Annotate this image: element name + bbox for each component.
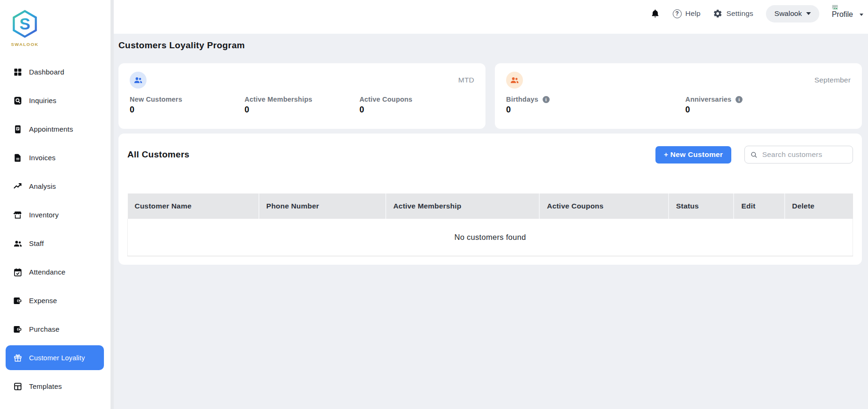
gear-icon [713,9,722,18]
broken-image-icon [832,5,838,10]
sidebar-item-invoices[interactable]: Invoices [0,143,110,172]
col-customer-name: Customer Name [128,193,259,219]
app-logo[interactable]: S SWALOOK [9,9,40,47]
content-area: Customers Loyality Program MTD New Custo… [114,34,868,265]
stat-label: Birthdays [506,96,538,103]
gift-icon [13,353,22,363]
customer-search[interactable] [744,146,853,164]
sidebar-item-label: Analysis [29,182,56,190]
empty-state-row: No customers found [128,219,853,256]
sidebar-item-dashboard[interactable]: Dashboard [0,58,110,86]
col-status: Status [669,193,734,219]
sidebar-item-label: Expense [29,297,57,305]
profile-menu[interactable]: Profile [832,5,863,19]
sidebar-item-label: Templates [29,382,62,390]
stat-value: 0 [685,105,851,115]
sidebar-item-customer-loyality[interactable]: Customer Loyality [6,345,104,370]
sidebar-scrollbar[interactable] [110,0,114,409]
purchase-icon [13,325,22,334]
sidebar-item-label: Inquiries [29,97,57,104]
info-icon[interactable] [736,96,743,103]
inquiries-icon [13,96,22,105]
sidebar-item-appointments[interactable]: Appointments [0,115,110,143]
stat-active-coupons: Active Coupons 0 [360,96,474,115]
sidebar-item-label: Invoices [29,154,56,162]
sidebar-item-inquiries[interactable]: Inquiries [0,86,110,115]
all-customers-section: All Customers + New Customer Customer Na… [118,134,862,265]
sidebar: S SWALOOK Dashboard Inquiries Appointmen… [0,0,110,409]
col-delete: Delete [785,193,853,219]
info-icon[interactable] [543,96,550,103]
stat-active-memberships: Active Memberships 0 [244,96,359,115]
stat-value: 0 [360,105,474,115]
group-icon [510,75,519,85]
month-summary-card: September Birthdays 0 Anniversaries [495,63,862,129]
col-phone-number: Phone Number [259,193,386,219]
stat-anniversaries: Anniversaries 0 [685,96,851,115]
profile-label: Profile [832,10,853,19]
mtd-summary-card: MTD New Customers 0 Active Memberships 0… [118,63,485,129]
sidebar-item-analysis[interactable]: Analysis [0,172,110,201]
stat-new-customers: New Customers 0 [130,96,244,115]
customers-icon-badge [130,72,147,89]
dashboard-icon [13,67,22,77]
sidebar-item-purchase[interactable]: Purchase [0,315,110,343]
group-icon [133,75,143,85]
new-customer-button[interactable]: + New Customer [655,146,731,164]
summary-cards: MTD New Customers 0 Active Memberships 0… [118,63,862,129]
org-selector[interactable]: Swalook [766,5,819,22]
bell-icon [650,8,660,19]
empty-state-message: No customers found [128,219,853,256]
col-active-membership: Active Membership [386,193,539,219]
chevron-down-icon [806,12,811,15]
period-label: September [814,76,851,84]
stat-label: Active Coupons [360,96,412,103]
sidebar-item-label: Dashboard [29,68,64,76]
sidebar-item-inventory[interactable]: Inventory [0,201,110,229]
sidebar-item-label: Appointments [29,125,73,133]
swalook-logo-icon: S [10,9,40,38]
period-label: MTD [458,76,474,84]
svg-text:S: S [19,15,30,33]
help-label: Help [685,9,701,18]
stat-label: Anniversaries [685,96,732,103]
top-header: Help Settings Swalook Profile [114,0,868,34]
search-icon [750,151,758,159]
attendance-icon [13,268,22,277]
stat-value: 0 [130,105,244,115]
logo-wordmark: SWALOOK [9,42,40,47]
stat-value: 0 [506,105,685,115]
notifications-button[interactable] [650,8,660,19]
chevron-down-icon [860,14,863,16]
sidebar-nav: Dashboard Inquiries Appointments Invoice… [0,58,110,401]
col-active-coupons: Active Coupons [539,193,669,219]
page-title: Customers Loyality Program [118,40,862,51]
sidebar-item-label: Customer Loyality [29,354,85,362]
inventory-icon [13,210,22,220]
sidebar-item-staff[interactable]: Staff [0,229,110,258]
sidebar-item-label: Staff [29,239,44,247]
customers-table: Customer Name Phone Number Active Member… [127,193,853,256]
sidebar-item-label: Attendance [29,268,66,276]
search-input[interactable] [762,150,847,159]
invoices-icon [13,153,22,163]
sidebar-item-templates[interactable]: Templates [0,372,110,401]
main-area: Help Settings Swalook Profile Customers … [114,0,868,409]
table-header-row: Customer Name Phone Number Active Member… [128,193,853,219]
col-edit: Edit [734,193,784,219]
settings-button[interactable]: Settings [713,9,753,18]
expense-icon [13,296,22,305]
stat-value: 0 [244,105,359,115]
help-icon [673,9,682,18]
help-button[interactable]: Help [673,9,701,18]
sidebar-item-attendance[interactable]: Attendance [0,258,110,286]
analysis-icon [13,182,22,191]
org-name: Swalook [774,9,802,18]
sidebar-item-label: Purchase [29,325,59,333]
stat-label: New Customers [130,96,182,103]
celebrations-icon-badge [506,72,523,89]
settings-label: Settings [726,9,753,18]
sidebar-item-expense[interactable]: Expense [0,286,110,315]
sidebar-item-label: Inventory [29,211,59,219]
staff-icon [13,239,22,248]
